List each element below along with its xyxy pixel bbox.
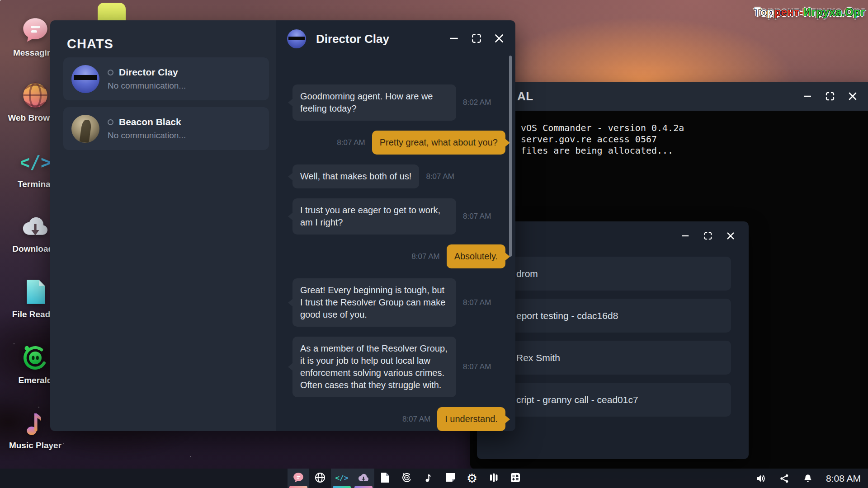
message-bubble: Pretty great, what about you? bbox=[372, 131, 505, 155]
terminal-close-button[interactable] bbox=[847, 91, 858, 102]
emerald-bot-icon bbox=[21, 343, 50, 372]
list-item[interactable]: drom bbox=[491, 257, 731, 291]
share-icon[interactable] bbox=[779, 473, 790, 484]
taskbar-panels[interactable] bbox=[483, 469, 505, 488]
message-time: 8:07 AM bbox=[463, 212, 491, 221]
list-window-titlebar[interactable] bbox=[477, 221, 749, 244]
message-received: As a member of the Resolver Group, it is… bbox=[292, 337, 505, 397]
chats-panel-title: CHATS bbox=[67, 37, 113, 52]
message-received: I trust you are eager to get to work, am… bbox=[292, 198, 505, 235]
terminal-icon: </> bbox=[21, 147, 50, 176]
chat-scrollbar[interactable] bbox=[509, 56, 512, 257]
message-sent: 8:07 AM Pretty great, what about you? bbox=[292, 131, 505, 155]
chat-minimize-button[interactable] bbox=[448, 33, 459, 44]
messaging-icon bbox=[21, 16, 50, 45]
terminal-line: files are being allocated... bbox=[521, 145, 868, 156]
chat-preview: No communication... bbox=[108, 131, 186, 141]
terminal-titlebar[interactable]: AL bbox=[470, 82, 868, 111]
terminal-icon: </> bbox=[335, 471, 348, 486]
chat-preview: No communication... bbox=[108, 81, 186, 91]
terminal-minimize-button[interactable] bbox=[802, 91, 813, 102]
avatar bbox=[287, 29, 306, 48]
active-indicator bbox=[354, 486, 373, 488]
list-items: drom eport testing - cdac16d8 Rex Smith … bbox=[491, 257, 731, 417]
message-bubble: Goodmorning agent. How are we feeling to… bbox=[292, 84, 456, 121]
taskbar-apps: </> ⚙ bbox=[288, 469, 526, 488]
svg-text:</>: </> bbox=[335, 473, 348, 482]
message-sent: 8:07 AM I understand. bbox=[292, 407, 505, 431]
message-time: 8:07 AM bbox=[463, 362, 491, 371]
desktop-icon-label: Emerald bbox=[19, 375, 52, 385]
taskbar-settings[interactable]: ⚙ bbox=[461, 469, 483, 488]
terminal-output: vOS Commander - version 0.4.2a server.go… bbox=[470, 111, 868, 156]
chat-list-item-beacon-black[interactable]: Beacon Black No communication... bbox=[63, 107, 269, 150]
list-window-close-button[interactable] bbox=[725, 230, 736, 241]
message-time: 8:02 AM bbox=[463, 98, 491, 107]
taskbar-file-reader[interactable] bbox=[374, 469, 396, 488]
messaging-window: CHATS Director Clay No communication... bbox=[50, 20, 515, 431]
taskbar-emerald[interactable] bbox=[396, 469, 418, 488]
notifications-bell-icon[interactable] bbox=[802, 473, 813, 484]
message-time: 8:07 AM bbox=[426, 172, 454, 181]
list-item-label: Rex Smith bbox=[516, 352, 560, 363]
terminal-maximize-button[interactable] bbox=[825, 91, 835, 102]
taskbar-calculator[interactable] bbox=[505, 469, 526, 488]
list-item-label: cript - granny call - cead01c7 bbox=[516, 394, 638, 405]
wallpaper-stars bbox=[0, 0, 1, 1]
taskbar: </> ⚙ 8:08 A bbox=[0, 469, 868, 488]
avatar bbox=[71, 115, 99, 143]
list-window-maximize-button[interactable] bbox=[703, 230, 713, 241]
taskbar-messaging[interactable] bbox=[288, 469, 309, 488]
cloud-download-icon bbox=[21, 212, 50, 241]
message-time: 8:07 AM bbox=[411, 252, 439, 261]
message-bubble: I trust you are eager to get to work, am… bbox=[292, 198, 456, 235]
chat-list-item-director-clay[interactable]: Director Clay No communication... bbox=[63, 57, 269, 100]
music-note-icon bbox=[21, 408, 50, 437]
list-window: drom eport testing - cdac16d8 Rex Smith … bbox=[477, 221, 749, 459]
chats-panel: CHATS Director Clay No communication... bbox=[50, 20, 276, 431]
sticky-note-icon bbox=[445, 472, 456, 484]
message-bubble: Great! Every beginning is tough, but I t… bbox=[292, 278, 456, 327]
conversation-panel: Director Clay Goodmorning agent. How are… bbox=[276, 20, 515, 431]
active-indicator bbox=[333, 486, 351, 488]
watermark: Торрент-Игруха.Орг bbox=[754, 6, 865, 19]
panels-icon bbox=[488, 472, 499, 485]
chat-maximize-button[interactable] bbox=[471, 33, 482, 44]
chat-contact-name: Director Clay bbox=[119, 67, 178, 78]
chat-contact-name: Beacon Black bbox=[119, 117, 181, 127]
message-list: Goodmorning agent. How are we feeling to… bbox=[276, 74, 515, 431]
terminal-line: server.gov.re access 0567 bbox=[521, 134, 868, 145]
document-icon bbox=[380, 472, 390, 485]
list-item[interactable]: Rex Smith bbox=[491, 341, 731, 375]
taskbar-downloads[interactable] bbox=[353, 469, 374, 488]
messaging-icon bbox=[292, 472, 304, 485]
watermark-segment: Игруха bbox=[803, 6, 842, 18]
message-received: Well, that makes both of us! 8:07 AM bbox=[292, 164, 505, 188]
list-window-minimize-button[interactable] bbox=[680, 230, 691, 241]
watermark-segment: Тор bbox=[754, 6, 774, 18]
system-tray: 8:08 AM bbox=[755, 469, 861, 488]
active-indicator bbox=[289, 486, 307, 488]
status-indicator-icon bbox=[108, 70, 113, 75]
taskbar-terminal[interactable]: </> bbox=[331, 469, 353, 488]
conversation-title: Director Clay bbox=[316, 32, 389, 46]
document-icon bbox=[21, 277, 50, 306]
message-time: 8:07 AM bbox=[463, 298, 491, 307]
clock: 8:08 AM bbox=[826, 473, 861, 484]
list-item-label: eport testing - cdac16d8 bbox=[516, 310, 618, 321]
list-item-label: drom bbox=[516, 268, 538, 279]
desktop-icon-label: Terminal bbox=[18, 179, 53, 189]
chat-close-button[interactable] bbox=[494, 33, 505, 44]
conversation-header[interactable]: Director Clay bbox=[276, 20, 515, 74]
watermark-segment: .Орг bbox=[842, 6, 865, 18]
taskbar-web-browser[interactable] bbox=[309, 469, 331, 488]
desktop-icon-label: Music Player bbox=[9, 441, 61, 450]
globe-icon bbox=[315, 472, 326, 485]
list-item[interactable]: eport testing - cdac16d8 bbox=[491, 299, 731, 333]
calculator-icon bbox=[510, 472, 521, 485]
watermark-segment: рент- bbox=[774, 6, 803, 18]
list-item[interactable]: cript - granny call - cead01c7 bbox=[491, 383, 731, 417]
volume-icon[interactable] bbox=[755, 473, 766, 484]
taskbar-music-player[interactable] bbox=[418, 469, 439, 488]
taskbar-notes[interactable] bbox=[439, 469, 461, 488]
